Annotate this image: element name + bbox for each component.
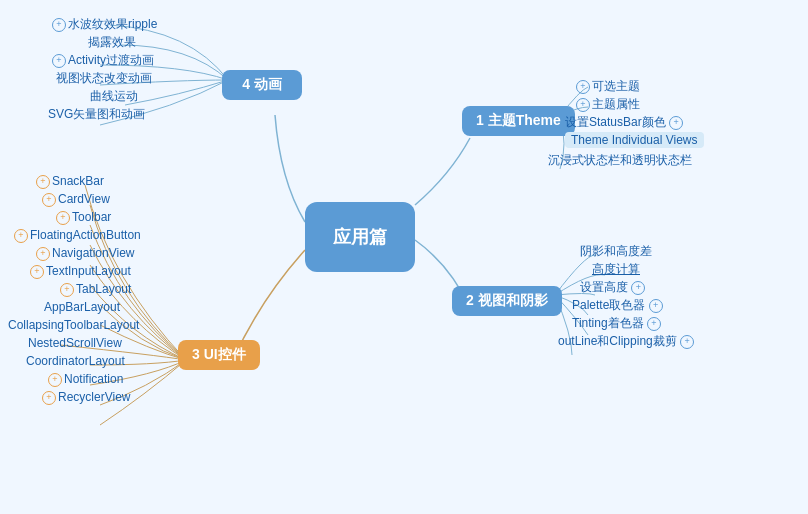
leaf-ui-3: +Toolbar xyxy=(56,210,111,225)
plus-icon: + xyxy=(647,317,661,331)
plus-icon: + xyxy=(576,80,590,94)
plus-icon: + xyxy=(649,299,663,313)
leaf-ui-1: +SnackBar xyxy=(36,174,104,189)
node-theme: 1 主题Theme xyxy=(462,106,575,136)
leaf-shadow-4: Palette取色器 + xyxy=(572,297,665,314)
leaf-shadow-1: 阴影和高度差 xyxy=(580,243,652,260)
plus-icon: + xyxy=(669,116,683,130)
plus-icon: + xyxy=(30,265,44,279)
leaf-shadow-2: 高度计算 xyxy=(592,261,640,278)
leaf-ui-13: +RecyclerView xyxy=(42,390,130,405)
node-theme-label: 1 主题Theme xyxy=(476,112,561,130)
plus-icon: + xyxy=(631,281,645,295)
node-anim-label: 4 动画 xyxy=(242,76,282,94)
leaf-ui-4: +FloatingActionButton xyxy=(14,228,141,243)
node-shadow: 2 视图和阴影 xyxy=(452,286,562,316)
center-label: 应用篇 xyxy=(333,225,387,249)
leaf-theme-2: +主题属性 xyxy=(576,96,640,113)
leaf-ui-8: AppBarLayout xyxy=(44,300,120,314)
leaf-ui-2: +CardView xyxy=(42,192,110,207)
plus-icon: + xyxy=(42,391,56,405)
node-ui-label: 3 UI控件 xyxy=(192,346,246,364)
leaf-ui-6: +TextInputLayout xyxy=(30,264,131,279)
plus-icon: + xyxy=(60,283,74,297)
leaf-shadow-5: Tinting着色器 + xyxy=(572,315,663,332)
leaf-anim-3: +Activity过渡动画 xyxy=(52,52,154,69)
plus-icon: + xyxy=(680,335,694,349)
plus-icon: + xyxy=(36,247,50,261)
leaf-anim-2: 揭露效果 xyxy=(88,34,136,51)
leaf-anim-1: +水波纹效果ripple xyxy=(52,16,157,33)
center-node: 应用篇 xyxy=(305,202,415,272)
leaf-ui-12: +Notification xyxy=(48,372,123,387)
leaf-ui-9: CollapsingToolbarLayout xyxy=(8,318,139,332)
leaf-theme-5: 沉浸式状态栏和透明状态栏 xyxy=(548,152,692,169)
leaf-ui-5: +NavigationView xyxy=(36,246,135,261)
leaf-theme-4: Theme Individual Views xyxy=(565,132,704,148)
plus-icon: + xyxy=(576,98,590,112)
leaf-shadow-6: outLine和Clipping裁剪 + xyxy=(558,333,696,350)
node-shadow-label: 2 视图和阴影 xyxy=(466,292,548,310)
leaf-ui-10: NestedScrollView xyxy=(28,336,122,350)
leaf-theme-3: 设置StatusBar颜色 + xyxy=(565,114,685,131)
leaf-anim-4: 视图状态改变动画 xyxy=(56,70,152,87)
node-anim: 4 动画 xyxy=(222,70,302,100)
leaf-anim-6: SVG矢量图和动画 xyxy=(48,106,145,123)
node-ui: 3 UI控件 xyxy=(178,340,260,370)
plus-icon: + xyxy=(52,18,66,32)
plus-icon: + xyxy=(36,175,50,189)
leaf-theme-1: +可选主题 xyxy=(576,78,640,95)
plus-icon: + xyxy=(14,229,28,243)
leaf-anim-5: 曲线运动 xyxy=(90,88,138,105)
plus-icon: + xyxy=(52,54,66,68)
plus-icon: + xyxy=(48,373,62,387)
plus-icon: + xyxy=(42,193,56,207)
leaf-shadow-3: 设置高度 + xyxy=(580,279,647,296)
plus-icon: + xyxy=(56,211,70,225)
leaf-ui-7: +TabLayout xyxy=(60,282,131,297)
leaf-ui-11: CoordinatorLayout xyxy=(26,354,125,368)
